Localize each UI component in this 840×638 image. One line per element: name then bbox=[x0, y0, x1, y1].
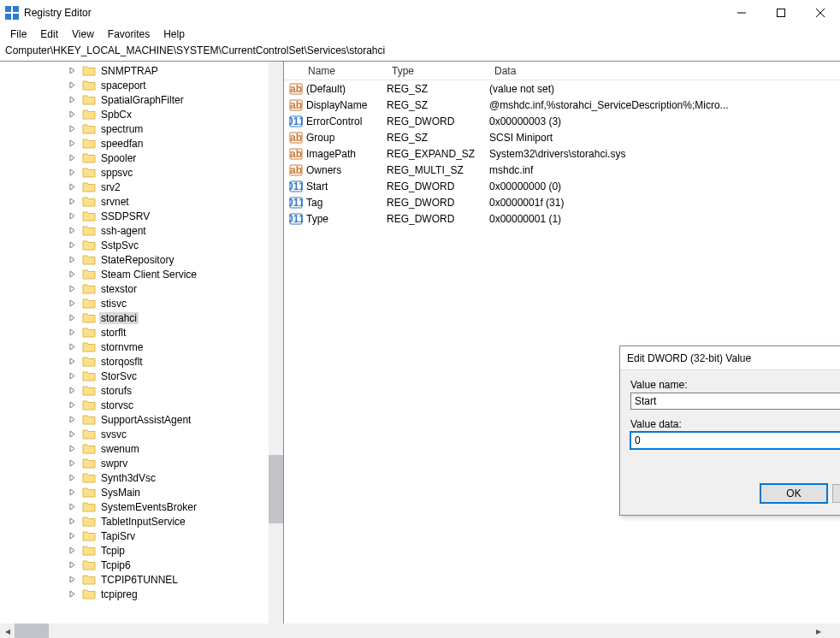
menu-help[interactable]: Help bbox=[157, 27, 192, 42]
folder-icon bbox=[82, 196, 96, 207]
expand-icon[interactable] bbox=[67, 109, 77, 120]
tree-item[interactable]: spaceport bbox=[0, 78, 269, 92]
tree-item[interactable]: swprv bbox=[0, 456, 269, 470]
maximize-button[interactable] bbox=[761, 0, 801, 26]
expand-icon[interactable] bbox=[67, 197, 77, 207]
folder-icon bbox=[82, 109, 96, 120]
tree-item[interactable]: svsvc bbox=[0, 427, 269, 441]
expand-icon[interactable] bbox=[67, 66, 77, 76]
expand-icon[interactable] bbox=[67, 517, 77, 527]
address-bar[interactable]: Computer\HKEY_LOCAL_MACHINE\SYSTEM\Curre… bbox=[0, 43, 840, 62]
tree-item[interactable]: SysMain bbox=[0, 485, 269, 499]
vertical-scrollbar-thumb[interactable] bbox=[269, 455, 283, 523]
tree-item[interactable]: StorSvc bbox=[0, 369, 269, 383]
tree-item[interactable]: SNMPTRAP bbox=[0, 63, 269, 78]
expand-icon[interactable] bbox=[67, 139, 77, 149]
expand-icon[interactable] bbox=[67, 371, 77, 381]
expand-icon[interactable] bbox=[67, 415, 77, 425]
tree-item[interactable]: SupportAssistAgent bbox=[0, 412, 269, 427]
expand-icon[interactable] bbox=[67, 240, 77, 251]
tree-item[interactable]: tcpipreg bbox=[0, 587, 269, 601]
tree-item[interactable]: SSDPSRV bbox=[0, 209, 269, 223]
tree-item[interactable]: SpatialGraphFilter bbox=[0, 92, 269, 107]
expand-icon[interactable] bbox=[67, 182, 77, 192]
expand-icon[interactable] bbox=[67, 458, 77, 469]
tree-item[interactable]: speedfan bbox=[0, 136, 269, 151]
expand-icon[interactable] bbox=[67, 298, 77, 309]
tree-item[interactable]: stexstor bbox=[0, 281, 269, 296]
folder-icon bbox=[82, 487, 96, 498]
expand-icon[interactable] bbox=[67, 357, 77, 367]
expand-icon[interactable] bbox=[67, 226, 77, 236]
tree-item[interactable]: storqosflt bbox=[0, 354, 269, 369]
menu-file[interactable]: File bbox=[3, 27, 33, 42]
vertical-scrollbar[interactable] bbox=[269, 62, 283, 623]
expand-icon[interactable] bbox=[67, 444, 77, 454]
expand-icon[interactable] bbox=[67, 429, 77, 440]
expand-icon[interactable] bbox=[67, 575, 77, 585]
cancel-button[interactable]: Cancel bbox=[832, 484, 840, 503]
tree-item[interactable]: Tcpip6 bbox=[0, 558, 269, 572]
close-button[interactable] bbox=[801, 0, 840, 26]
expand-icon[interactable] bbox=[67, 269, 77, 280]
ok-button[interactable]: OK bbox=[760, 484, 827, 503]
tree-item[interactable]: stisvc bbox=[0, 296, 269, 310]
tree-item[interactable]: Spooler bbox=[0, 151, 269, 165]
expand-icon[interactable] bbox=[67, 284, 77, 294]
menu-edit[interactable]: Edit bbox=[33, 27, 65, 42]
horizontal-scrollbar-thumb[interactable] bbox=[15, 623, 49, 638]
minimize-button[interactable] bbox=[722, 0, 761, 26]
tree-item[interactable]: Tcpip bbox=[0, 543, 269, 558]
expand-icon[interactable] bbox=[67, 502, 77, 512]
value-name-input[interactable] bbox=[630, 393, 840, 410]
value-data-input[interactable] bbox=[630, 432, 840, 449]
tree-item-label: speedfan bbox=[99, 138, 145, 150]
expand-icon[interactable] bbox=[67, 487, 77, 498]
tree-item[interactable]: srvnet bbox=[0, 194, 269, 209]
expand-icon[interactable] bbox=[67, 211, 77, 222]
tree-item-label: ssh-agent bbox=[99, 225, 148, 237]
expand-icon[interactable] bbox=[67, 589, 77, 600]
expand-icon[interactable] bbox=[67, 153, 77, 163]
tree-item[interactable]: TabletInputService bbox=[0, 514, 269, 529]
expand-icon[interactable] bbox=[67, 400, 77, 411]
tree-item[interactable]: SstpSvc bbox=[0, 238, 269, 252]
expand-icon[interactable] bbox=[67, 168, 77, 178]
tree-item[interactable]: sppsvc bbox=[0, 165, 269, 180]
expand-icon[interactable] bbox=[67, 560, 77, 570]
tree-item[interactable]: ssh-agent bbox=[0, 223, 269, 238]
tree-item[interactable]: TapiSrv bbox=[0, 529, 269, 543]
tree-item[interactable]: Synth3dVsc bbox=[0, 470, 269, 485]
horizontal-scrollbar[interactable]: ◂ ▸ bbox=[0, 623, 840, 638]
tree-item[interactable]: storflt bbox=[0, 325, 269, 340]
expand-icon[interactable] bbox=[67, 386, 77, 396]
expand-icon[interactable] bbox=[67, 95, 77, 105]
tree-item[interactable]: StateRepository bbox=[0, 252, 269, 267]
expand-icon[interactable] bbox=[67, 473, 77, 483]
tree-item[interactable]: srv2 bbox=[0, 180, 269, 194]
scroll-right-arrow[interactable]: ▸ bbox=[811, 623, 825, 638]
tree-item[interactable]: Steam Client Service bbox=[0, 267, 269, 281]
tree-item[interactable]: SpbCx bbox=[0, 107, 269, 121]
menu-favorites[interactable]: Favorites bbox=[101, 27, 157, 42]
expand-icon[interactable] bbox=[67, 328, 77, 338]
tree-item[interactable]: SystemEventsBroker bbox=[0, 499, 269, 514]
tree-item[interactable]: stornvme bbox=[0, 340, 269, 354]
tree-item[interactable]: spectrum bbox=[0, 121, 269, 136]
tree-item-label: Steam Client Service bbox=[99, 269, 198, 281]
tree-item[interactable]: TCPIP6TUNNEL bbox=[0, 572, 269, 587]
menu-view[interactable]: View bbox=[65, 27, 101, 42]
registry-tree[interactable]: SNMPTRAP spaceport SpatialGraphFilter Sp… bbox=[0, 62, 269, 623]
tree-item[interactable]: swenum bbox=[0, 441, 269, 456]
expand-icon[interactable] bbox=[67, 531, 77, 541]
expand-icon[interactable] bbox=[67, 255, 77, 265]
expand-icon[interactable] bbox=[67, 546, 77, 556]
expand-icon[interactable] bbox=[67, 342, 77, 352]
tree-item[interactable]: storahci bbox=[0, 310, 269, 325]
expand-icon[interactable] bbox=[67, 313, 77, 323]
expand-icon[interactable] bbox=[67, 124, 77, 134]
tree-item[interactable]: storufs bbox=[0, 383, 269, 398]
expand-icon[interactable] bbox=[67, 80, 77, 91]
scroll-left-arrow[interactable]: ◂ bbox=[0, 623, 15, 638]
tree-item[interactable]: storvsc bbox=[0, 398, 269, 412]
